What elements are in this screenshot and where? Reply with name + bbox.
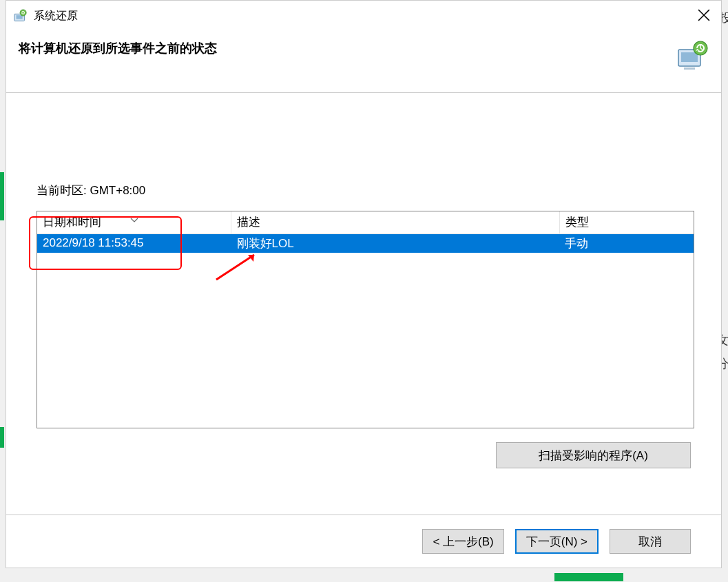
column-header-type-label: 类型 (565, 216, 589, 229)
svg-rect-1 (17, 15, 23, 19)
svg-rect-6 (681, 52, 698, 62)
cancel-button-label: 取消 (638, 535, 662, 548)
back-button[interactable]: < 上一步(B) (422, 529, 503, 554)
scan-affected-programs-button[interactable]: 扫描受影响的程序(A) (496, 442, 691, 468)
back-button-label: < 上一步(B) (433, 535, 493, 548)
header-section: 将计算机还原到所选事件之前的状态 (6, 32, 721, 92)
next-button-label: 下一页(N) > (526, 535, 587, 548)
cell-type: 手动 (559, 233, 694, 253)
column-header-date-label: 日期和时间 (43, 216, 101, 229)
restore-points-table: 日期和时间 描述 类型 (37, 211, 694, 428)
close-button[interactable] (694, 5, 714, 25)
window-title: 系统还原 (34, 9, 78, 23)
table-row[interactable]: 2022/9/18 11:53:45 刚装好LOL 手动 (37, 233, 694, 253)
background-stripe (0, 172, 4, 220)
background-stripe (0, 427, 4, 448)
column-header-description[interactable]: 描述 (231, 211, 560, 233)
timezone-label: 当前时区: GMT+8:00 (37, 183, 691, 198)
system-restore-icon (12, 8, 28, 25)
column-header-type[interactable]: 类型 (559, 211, 694, 233)
svg-point-2 (20, 9, 26, 15)
column-header-description-label: 描述 (237, 216, 260, 229)
page-title: 将计算机还原到所选事件之前的状态 (19, 40, 217, 56)
svg-rect-7 (684, 67, 695, 70)
system-restore-large-icon (676, 40, 709, 73)
cell-description: 刚装好LOL (231, 233, 560, 253)
background-stripe (554, 573, 623, 581)
chevron-down-icon (130, 213, 138, 227)
next-button[interactable]: 下一页(N) > (515, 529, 599, 554)
cancel-button[interactable]: 取消 (610, 529, 691, 554)
column-header-date[interactable]: 日期和时间 (37, 211, 231, 233)
titlebar: 系统还原 (6, 1, 721, 32)
scan-button-label: 扫描受影响的程序(A) (539, 449, 648, 462)
content-area: 当前时区: GMT+8:00 日期和时间 (6, 93, 721, 481)
cell-date: 2022/9/18 11:53:45 (37, 233, 231, 253)
system-restore-window: 系统还原 将计算机还原到所选事件之前的状态 当前时区: GMT+8:00 (6, 0, 722, 568)
button-row: < 上一步(B) 下一页(N) > 取消 (6, 515, 721, 568)
